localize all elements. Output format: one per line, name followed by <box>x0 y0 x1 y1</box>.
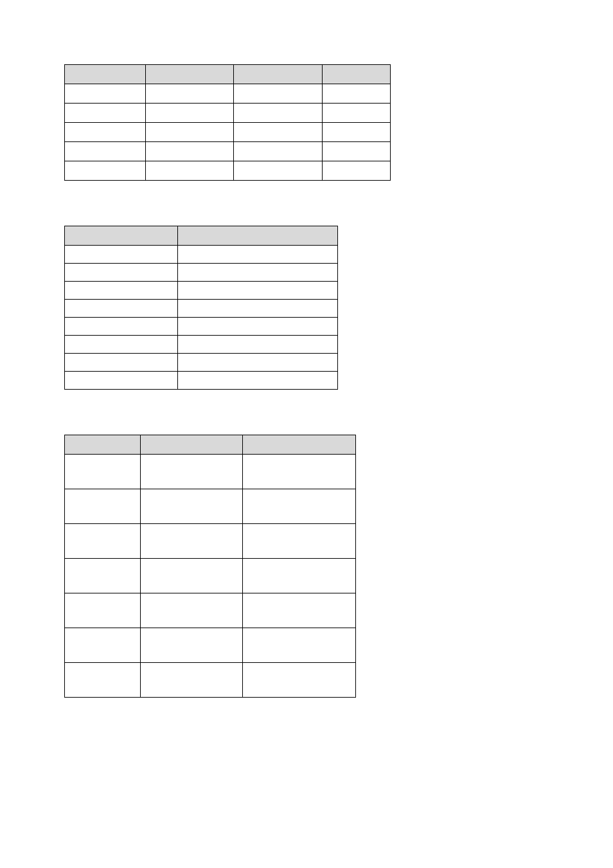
table-cell <box>243 663 356 698</box>
table-cell <box>177 282 337 300</box>
table-row <box>65 455 356 489</box>
table-cell <box>65 663 141 698</box>
table-cell <box>65 489 141 524</box>
table-row <box>65 300 338 318</box>
table-cell <box>65 336 178 354</box>
table-1 <box>64 64 391 181</box>
table-cell <box>323 161 391 181</box>
table-cell <box>234 161 323 181</box>
table-cell <box>323 123 391 142</box>
table-cell <box>65 354 178 372</box>
table-cell <box>243 593 356 628</box>
table-cell <box>145 104 234 123</box>
table-cell <box>243 559 356 593</box>
table-2 <box>64 226 338 390</box>
table-cell <box>234 123 323 142</box>
table-cell <box>140 524 243 559</box>
table-cell <box>243 524 356 559</box>
table-cell <box>177 246 337 264</box>
table-cell <box>243 628 356 663</box>
table-cell <box>145 84 234 104</box>
table-cell <box>65 246 178 264</box>
table-row <box>65 104 391 123</box>
table-cell <box>65 559 141 593</box>
table-1-header-cell <box>145 65 234 84</box>
table-row <box>65 142 391 161</box>
table-cell <box>65 104 146 123</box>
table-cell <box>323 104 391 123</box>
table-cell <box>65 455 141 489</box>
table-cell <box>140 559 243 593</box>
table-2-header-cell <box>65 226 178 246</box>
table-row <box>65 123 391 142</box>
table-row <box>65 318 338 336</box>
table-cell <box>65 142 146 161</box>
table-cell <box>65 161 146 181</box>
table-cell <box>243 489 356 524</box>
table-cell <box>243 455 356 489</box>
table-cell <box>140 489 243 524</box>
table-cell <box>177 336 337 354</box>
table-row <box>65 628 356 663</box>
table-cell <box>65 593 141 628</box>
table-cell <box>177 300 337 318</box>
table-2-header-row <box>65 226 338 246</box>
table-row <box>65 282 338 300</box>
table-3-header-cell <box>140 435 243 455</box>
table-cell <box>65 524 141 559</box>
table-row <box>65 161 391 181</box>
table-1-header-cell <box>323 65 391 84</box>
table-cell <box>140 663 243 698</box>
table-cell <box>323 84 391 104</box>
table-cell <box>65 123 146 142</box>
table-cell <box>65 628 141 663</box>
table-row <box>65 524 356 559</box>
table-cell <box>177 372 337 390</box>
table-row <box>65 663 356 698</box>
table-cell <box>234 84 323 104</box>
table-1-header-cell <box>65 65 146 84</box>
table-cell <box>140 455 243 489</box>
table-row <box>65 246 338 264</box>
table-row <box>65 264 338 282</box>
table-cell <box>177 354 337 372</box>
table-1-header-row <box>65 65 391 84</box>
table-row <box>65 489 356 524</box>
table-cell <box>140 593 243 628</box>
table-cell <box>234 142 323 161</box>
table-cell <box>65 318 178 336</box>
page <box>0 0 613 868</box>
table-row <box>65 593 356 628</box>
table-cell <box>177 318 337 336</box>
table-cell <box>323 142 391 161</box>
table-cell <box>65 372 178 390</box>
table-cell <box>65 84 146 104</box>
table-cell <box>234 104 323 123</box>
table-cell <box>177 264 337 282</box>
table-cell <box>65 300 178 318</box>
table-3-header-cell <box>243 435 356 455</box>
table-cell <box>65 282 178 300</box>
table-row <box>65 372 338 390</box>
table-cell <box>65 264 178 282</box>
table-row <box>65 84 391 104</box>
table-cell <box>145 123 234 142</box>
table-3-header-cell <box>65 435 141 455</box>
table-cell <box>145 161 234 181</box>
table-1-header-cell <box>234 65 323 84</box>
table-row <box>65 336 338 354</box>
table-row <box>65 559 356 593</box>
table-cell <box>140 628 243 663</box>
table-3 <box>64 435 356 698</box>
table-row <box>65 354 338 372</box>
table-cell <box>145 142 234 161</box>
table-3-header-row <box>65 435 356 455</box>
table-2-header-cell <box>177 226 337 246</box>
